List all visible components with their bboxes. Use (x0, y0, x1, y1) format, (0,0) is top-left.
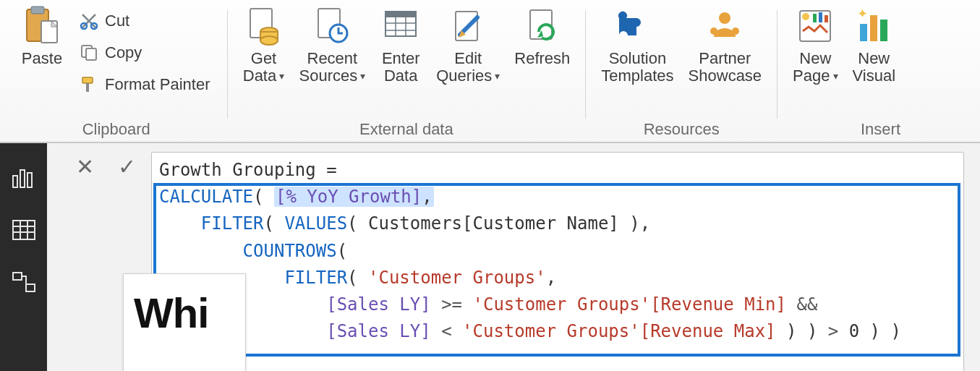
recent-l2: Sources (299, 67, 366, 85)
svg-rect-27 (860, 24, 867, 41)
new-visual-icon: ✦ (853, 5, 895, 47)
new-visual-l2: Visual (853, 67, 896, 85)
group-label-clipboard: Clipboard (16, 116, 217, 139)
svg-rect-6 (86, 48, 96, 60)
group-insert: New Page ✦ New Visual Insert (782, 3, 906, 142)
edit-queries-icon (447, 5, 489, 47)
partner-showcase-button[interactable]: Partner Showcase (683, 3, 767, 87)
enter-data-icon (380, 5, 422, 47)
new-page-l2: Page (793, 67, 838, 85)
edit-l2: Queries (436, 67, 500, 85)
recent-l1: Recent (307, 50, 358, 67)
model-view-button[interactable] (11, 269, 37, 295)
svg-rect-7 (82, 77, 93, 83)
svg-rect-26 (825, 15, 828, 22)
paste-icon (21, 5, 63, 47)
ribbon-separator (585, 10, 586, 119)
get-data-button[interactable]: Get Data (238, 3, 290, 87)
svg-rect-36 (26, 284, 35, 291)
formula-commit-button[interactable]: ✓ (109, 152, 144, 181)
edit-l1: Edit (454, 50, 482, 67)
svg-rect-25 (819, 12, 822, 22)
new-page-icon (794, 5, 836, 47)
format-painter-icon (79, 74, 99, 95)
partner-icon (704, 5, 746, 47)
svg-rect-1 (31, 7, 44, 14)
page-title-fragment: Whi (134, 289, 235, 337)
svg-point-20 (710, 27, 717, 35)
svg-text:✦: ✦ (857, 7, 868, 21)
canvas-area: ✕ ✓ Growth Grouping = CALCULATE( [% YoY … (47, 143, 980, 371)
recent-sources-icon (311, 5, 353, 47)
solution-l2: Templates (601, 67, 673, 85)
puzzle-icon (616, 5, 658, 47)
copy-label: Copy (105, 43, 142, 62)
svg-rect-8 (86, 83, 89, 92)
recent-sources-button[interactable]: Recent Sources (294, 3, 371, 87)
edit-queries-button[interactable]: Edit Queries (431, 3, 505, 87)
cut-icon (79, 11, 99, 31)
cut-label: Cut (105, 12, 129, 30)
new-page-button[interactable]: New Page (788, 3, 843, 87)
refresh-button[interactable]: Refresh (509, 3, 575, 87)
svg-rect-28 (870, 15, 877, 41)
new-visual-button[interactable]: ✦ New Visual (848, 3, 901, 87)
group-label-insert: Insert (788, 116, 900, 139)
report-page-thumbnail[interactable]: Whi (123, 273, 246, 371)
svg-rect-31 (13, 176, 17, 187)
data-view-button[interactable] (11, 217, 37, 243)
formula-cancel-button[interactable]: ✕ (67, 152, 102, 181)
group-clipboard: Paste Cut (10, 3, 223, 142)
svg-rect-29 (880, 20, 887, 41)
refresh-label: Refresh (514, 50, 570, 67)
new-visual-l1: New (858, 50, 890, 67)
cut-button[interactable]: Cut (72, 7, 217, 35)
get-data-icon (243, 5, 285, 47)
solution-l1: Solution (609, 50, 667, 67)
group-external-data: Get Data Recent Sources (232, 3, 581, 142)
paste-button[interactable]: Paste (16, 3, 68, 69)
copy-button[interactable]: Copy (72, 39, 217, 67)
copy-icon (79, 43, 99, 63)
ribbon-separator (777, 10, 777, 119)
svg-rect-24 (813, 14, 817, 22)
enter-data-button[interactable]: Enter Data (375, 3, 427, 87)
get-data-l2: Data (243, 67, 284, 85)
formula-input[interactable]: Growth Grouping = CALCULATE( [% YoY Grow… (151, 152, 964, 371)
report-view-button[interactable] (11, 165, 37, 191)
refresh-icon (521, 5, 563, 47)
partner-l2: Showcase (689, 67, 762, 85)
workspace: ✕ ✓ Growth Grouping = CALCULATE( [% YoY … (0, 143, 980, 371)
new-page-l1: New (799, 50, 831, 67)
svg-point-21 (732, 27, 739, 35)
svg-rect-33 (27, 173, 32, 187)
ribbon: Paste Cut (0, 0, 980, 143)
svg-rect-16 (385, 12, 416, 17)
group-label-external: External data (238, 116, 576, 139)
format-painter-button[interactable]: Format Painter (72, 71, 217, 98)
svg-rect-34 (13, 221, 35, 239)
group-resources: Solution Templates Partner Showcase Reso… (590, 3, 772, 142)
svg-rect-32 (20, 170, 25, 187)
view-sidebar (0, 143, 47, 371)
get-data-l1: Get (251, 50, 276, 67)
format-painter-label: Format Painter (105, 75, 210, 94)
ribbon-separator (227, 10, 228, 119)
enter-l1: Enter (382, 50, 420, 67)
paste-label: Paste (22, 50, 62, 67)
svg-point-19 (719, 12, 730, 24)
enter-l2: Data (384, 67, 417, 85)
svg-point-23 (802, 13, 809, 20)
formula-line1: Growth Grouping = (159, 160, 347, 180)
solution-templates-button[interactable]: Solution Templates (596, 3, 678, 87)
partner-l1: Partner (699, 50, 751, 67)
group-label-resources: Resources (596, 116, 767, 139)
svg-rect-35 (13, 273, 22, 280)
svg-point-12 (260, 36, 278, 45)
